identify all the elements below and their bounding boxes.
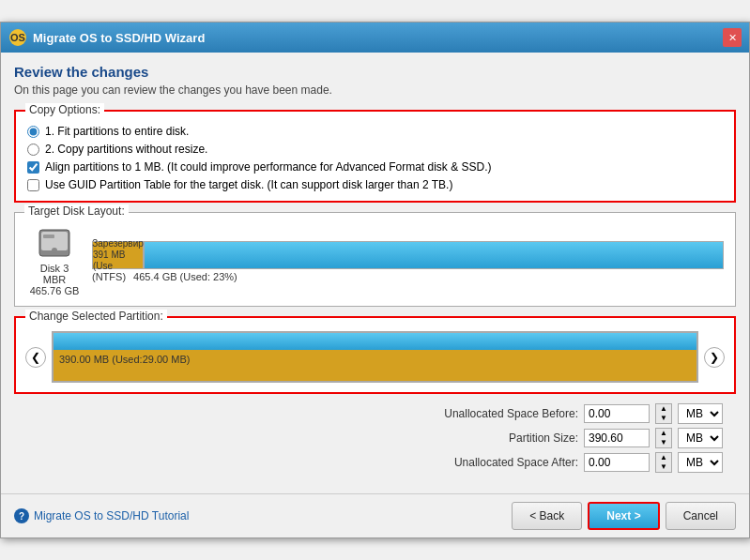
disk-layout-content: Disk 3 MBR 465.76 GB Зарезервир 391 MB (… bbox=[15, 213, 735, 306]
spinner-down-2[interactable]: ▼ bbox=[656, 462, 671, 472]
page-title: Review the changes bbox=[14, 64, 736, 80]
spinner-up-1[interactable]: ▲ bbox=[656, 429, 671, 438]
app-icon: OS bbox=[8, 28, 27, 47]
target-disk-group: Target Disk Layout: Disk 3 MBR 465.76 GB bbox=[14, 212, 736, 307]
spinner-row-1: Partition Size: ▲ ▼ MB GB bbox=[27, 428, 723, 448]
partition-size-label: 390.00 MB (Used:29.00 MB) bbox=[54, 350, 696, 369]
unit-select-0[interactable]: MB GB bbox=[678, 403, 723, 424]
spinner-label-0: Unallocated Space Before: bbox=[409, 407, 578, 420]
option2-radio[interactable] bbox=[27, 144, 39, 156]
svg-rect-5 bbox=[43, 235, 54, 238]
svg-text:OS: OS bbox=[10, 32, 25, 43]
spinner-arrows-1: ▲ ▼ bbox=[655, 428, 672, 448]
tutorial-link-label: Migrate OS to SSD/HD Tutorial bbox=[34, 509, 189, 522]
disk-partitions: Зарезервир 391 MB (Use (NTFS) 465.4 GB (… bbox=[92, 241, 724, 282]
disk-icon bbox=[38, 226, 71, 260]
help-icon: ? bbox=[14, 508, 29, 523]
cancel-button[interactable]: Cancel bbox=[666, 502, 736, 530]
copy-options-content: 1. Fit partitions to entire disk. 2. Cop… bbox=[16, 112, 734, 201]
option1-radio[interactable] bbox=[27, 126, 39, 138]
partition-reserved: Зарезервир 391 MB (Use bbox=[92, 241, 144, 269]
copy-options-group: Copy Options: 1. Fit partitions to entir… bbox=[14, 110, 736, 203]
footer-buttons: < Back Next > Cancel bbox=[512, 502, 736, 530]
next-button[interactable]: Next > bbox=[588, 502, 659, 530]
target-disk-label: Target Disk Layout: bbox=[24, 204, 129, 218]
option2-row: 2. Copy partitions without resize. bbox=[27, 143, 723, 156]
spinner-row-0: Unallocated Space Before: ▲ ▼ MB GB bbox=[27, 403, 723, 424]
content-area: Review the changes On this page you can … bbox=[1, 53, 749, 493]
spinner-label-2: Unallocated Space After: bbox=[409, 456, 578, 469]
partition-labels: (NTFS) 465.4 GB (Used: 23%) bbox=[92, 271, 724, 282]
tutorial-link[interactable]: ? Migrate OS to SSD/HD Tutorial bbox=[14, 508, 189, 523]
partition-blue-bar bbox=[54, 333, 696, 350]
check1-label: Align partitions to 1 MB. (It could impr… bbox=[45, 160, 492, 174]
option1-label: 1. Fit partitions to entire disk. bbox=[45, 125, 189, 138]
footer: ? Migrate OS to SSD/HD Tutorial < Back N… bbox=[1, 493, 749, 537]
disk-type: MBR bbox=[43, 274, 66, 285]
disk-icon-area: Disk 3 MBR 465.76 GB bbox=[26, 226, 83, 296]
spinner-input-1[interactable] bbox=[584, 429, 650, 447]
svg-point-4 bbox=[52, 248, 57, 253]
check1-checkbox[interactable] bbox=[27, 161, 39, 174]
spinners-section: Unallocated Space Before: ▲ ▼ MB GB Part… bbox=[27, 403, 723, 473]
window-title: Migrate OS to SSD/HD Wizard bbox=[33, 31, 205, 45]
spinner-up-0[interactable]: ▲ bbox=[656, 404, 671, 414]
check2-checkbox[interactable] bbox=[27, 179, 39, 191]
title-bar: OS Migrate OS to SSD/HD Wizard ✕ bbox=[1, 23, 749, 53]
spinner-input-0[interactable] bbox=[584, 404, 650, 423]
spinner-down-1[interactable]: ▼ bbox=[656, 438, 671, 447]
spinner-input-2[interactable] bbox=[584, 453, 650, 472]
copy-options-label: Copy Options: bbox=[25, 103, 104, 116]
partition2-label: (NTFS) bbox=[92, 271, 126, 282]
check2-label: Use GUID Partition Table for the target … bbox=[45, 178, 452, 191]
change-partition-group: Change Selected Partition: ❮ 390.00 MB (… bbox=[14, 316, 736, 394]
left-arrow-button[interactable]: ❮ bbox=[25, 347, 46, 368]
disk-name: Disk 3 bbox=[40, 263, 69, 274]
change-partition-content: ❮ 390.00 MB (Used:29.00 MB) ❯ bbox=[16, 318, 734, 392]
spinner-arrows-2: ▲ ▼ bbox=[655, 452, 672, 473]
check1-row: Align partitions to 1 MB. (It could impr… bbox=[27, 160, 723, 174]
close-button[interactable]: ✕ bbox=[723, 28, 742, 47]
partition-main bbox=[144, 241, 724, 269]
disk-size: 465.76 GB bbox=[30, 285, 80, 296]
partition-bar: Зарезервир 391 MB (Use bbox=[92, 241, 724, 269]
right-arrow-button[interactable]: ❯ bbox=[704, 347, 725, 368]
main-window: OS Migrate OS to SSD/HD Wizard ✕ Review … bbox=[0, 22, 750, 538]
spinner-arrows-0: ▲ ▼ bbox=[655, 403, 672, 424]
spinner-down-0[interactable]: ▼ bbox=[656, 414, 671, 423]
spinner-label-1: Partition Size: bbox=[409, 431, 578, 445]
unit-select-1[interactable]: MB GB bbox=[678, 428, 723, 448]
page-subtitle: On this page you can review the changes … bbox=[14, 83, 736, 97]
back-button[interactable]: < Back bbox=[512, 502, 582, 530]
spinner-up-2[interactable]: ▲ bbox=[656, 453, 671, 462]
option2-label: 2. Copy partitions without resize. bbox=[45, 143, 207, 156]
spinner-row-2: Unallocated Space After: ▲ ▼ MB GB bbox=[27, 452, 723, 473]
partition2-detail: 465.4 GB (Used: 23%) bbox=[133, 271, 237, 282]
unit-select-2[interactable]: MB GB bbox=[678, 452, 723, 473]
title-bar-left: OS Migrate OS to SSD/HD Wizard bbox=[8, 28, 205, 47]
change-partition-label: Change Selected Partition: bbox=[25, 310, 167, 323]
check2-row: Use GUID Partition Table for the target … bbox=[27, 178, 723, 191]
option1-row: 1. Fit partitions to entire disk. bbox=[27, 125, 723, 138]
partition-visual: 390.00 MB (Used:29.00 MB) bbox=[52, 331, 698, 383]
